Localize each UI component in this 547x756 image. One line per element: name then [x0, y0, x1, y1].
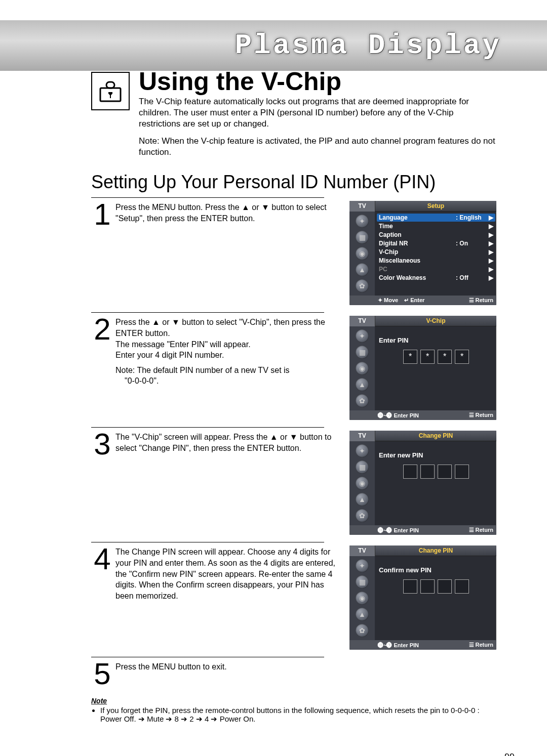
- side-icon: ✦: [356, 559, 369, 572]
- pin-digit: [403, 350, 417, 364]
- header-note: Note: When the V-chip feature is activat…: [139, 136, 496, 158]
- side-icon: ◉: [356, 477, 369, 490]
- step-4-text: The Change PIN screen will appear. Choos…: [115, 545, 349, 650]
- side-icon: ▲: [356, 608, 369, 621]
- side-icon: ▲: [356, 493, 369, 506]
- pin-digit: [420, 465, 435, 479]
- osd-tab-title: Change PIN: [375, 545, 496, 556]
- side-icon: ◉: [356, 592, 369, 605]
- step-number: 5: [91, 660, 113, 688]
- pin-digit: [455, 350, 469, 364]
- osd-footer-return: ☰ Return: [469, 297, 494, 304]
- section-heading: Setting Up Your Personal ID Number (PIN): [91, 173, 517, 191]
- step-number: 4: [91, 545, 113, 650]
- side-icon: ▲: [356, 378, 369, 391]
- step-5-text: Press the MENU button to exit.: [115, 660, 349, 688]
- pin-digit: [403, 579, 417, 594]
- footnote-text: If you forget the PIN, press the remote-…: [100, 706, 496, 724]
- step-number: 1: [91, 201, 113, 305]
- osd-row: Digital NR: On▶: [379, 239, 493, 247]
- osd-tab-tv: TV: [349, 316, 375, 326]
- osd-change-pin: TV Change PIN ✦ ▦ ◉ ▲ ✿ Enter new PIN: [349, 431, 496, 535]
- osd-footer-move: ✦ Move: [378, 297, 398, 304]
- step-4-rule: [91, 542, 324, 545]
- side-icon: ▦: [356, 460, 369, 474]
- side-icon: ▦: [356, 346, 369, 359]
- pin-digit: [438, 465, 452, 479]
- pin-digit: [438, 579, 452, 594]
- svg-rect-1: [106, 82, 114, 88]
- side-icon: ✿: [356, 509, 369, 522]
- osd-footer-return: ☰ Return: [469, 527, 494, 533]
- side-icon: ▲: [356, 263, 369, 276]
- osd-row: Color Weakness: Off▶: [379, 274, 493, 282]
- side-icon: ✿: [356, 394, 369, 407]
- step-2-text: Press the ▲ or ▼ button to select "V-Chi…: [115, 316, 349, 420]
- step-number: 3: [91, 431, 113, 535]
- osd-footer-enterpin: ⓿~❾ Enter PIN: [378, 527, 419, 533]
- banner-title: Plasma Display: [235, 29, 501, 62]
- pin-digit: [438, 350, 452, 364]
- side-icon: ◉: [356, 247, 369, 260]
- side-icon: ▦: [356, 575, 369, 589]
- pin-row: [379, 350, 493, 364]
- side-icon: ✦: [356, 215, 369, 228]
- osd-confirm-pin: TV Change PIN ✦ ▦ ◉ ▲ ✿ Confirm new PIN: [349, 545, 496, 650]
- step-2-rule: [91, 312, 324, 316]
- step-5-rule: [91, 657, 324, 660]
- intro-paragraph: The V-Chip feature automatically locks o…: [139, 96, 496, 130]
- pin-digit: [455, 579, 469, 594]
- osd-tab-title: Setup: [375, 201, 496, 212]
- step-3-text: The "V-Chip" screen will appear. Press t…: [115, 431, 349, 535]
- side-icon: ✿: [356, 624, 369, 637]
- osd-tab-tv: TV: [349, 201, 375, 212]
- osd-row: Caption▶: [379, 231, 493, 239]
- osd-row: Time▶: [379, 222, 493, 230]
- osd-tab-title: V-Chip: [375, 316, 496, 326]
- pin-row: [379, 579, 493, 594]
- manual-page: Plasma Display Using the V-Chip The V-Ch…: [0, 0, 547, 756]
- osd-footer-enter: ↵ Enter: [404, 297, 424, 304]
- osd-row: V-Chip▶: [379, 248, 493, 256]
- osd-footer-enterpin: ⓿~❾ Enter PIN: [378, 412, 419, 418]
- side-icon: ✦: [356, 329, 369, 343]
- osd-row: Language: English▶: [377, 214, 495, 222]
- vchip-icon: [91, 72, 130, 110]
- step-number: 2: [91, 316, 113, 420]
- osd-setup-menu: TV Setup ✦ ▦ ◉ ▲ ✿ Language: English▶: [349, 201, 496, 305]
- page-number: 99: [30, 752, 515, 756]
- footnote: Note If you forget the PIN, press the re…: [91, 697, 496, 724]
- osd-footer-return: ☰ Return: [469, 412, 494, 418]
- side-icon: ✦: [356, 444, 369, 457]
- osd-tab-tv: TV: [349, 431, 375, 441]
- footnote-title: Note: [91, 697, 496, 705]
- pin-digit: [455, 465, 469, 479]
- osd-prompt: Confirm new PIN: [379, 566, 493, 574]
- osd-row: Miscellaneous▶: [379, 257, 493, 265]
- pin-row: [379, 465, 493, 479]
- pin-digit: [420, 350, 435, 364]
- step-1-text: Press the MENU button. Press the ▲ or ▼ …: [115, 201, 349, 305]
- osd-footer-return: ☰ Return: [469, 642, 494, 648]
- side-icon: ◉: [356, 362, 369, 375]
- osd-enter-pin: TV V-Chip ✦ ▦ ◉ ▲ ✿ Enter PIN: [349, 316, 496, 420]
- side-icon: ✿: [356, 279, 369, 292]
- pin-digit: [420, 579, 435, 594]
- osd-footer-enterpin: ⓿~❾ Enter PIN: [378, 642, 419, 648]
- osd-tab-title: Change PIN: [375, 431, 496, 441]
- step-3-rule: [91, 427, 324, 431]
- osd-row: PC▶: [379, 265, 493, 273]
- banner: Plasma Display: [0, 20, 547, 71]
- osd-prompt: Enter new PIN: [379, 451, 493, 459]
- osd-prompt: Enter PIN: [379, 337, 493, 344]
- pin-digit: [403, 465, 417, 479]
- page-title: Using the V-Chip: [139, 69, 517, 94]
- side-icon: ▦: [356, 231, 369, 244]
- step-1: [91, 197, 324, 201]
- osd-tab-tv: TV: [349, 545, 375, 556]
